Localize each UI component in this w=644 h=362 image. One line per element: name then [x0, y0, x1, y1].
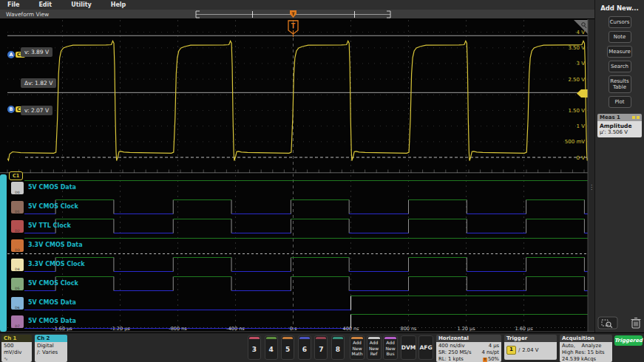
cursor-a-readout[interactable]: v: 3.89 V: [21, 47, 52, 57]
graticule-canvas[interactable]: 4 V3.50 V3 V2.50 V1.50 V1 V500 mV0 V-1.6…: [0, 19, 594, 332]
digital-badge-d4[interactable]: D4: [11, 259, 24, 271]
trigger-level: 2.04 V: [522, 347, 538, 354]
channel1-scale: 500 mV/div: [4, 343, 30, 356]
measurement-name: Amplitude: [600, 123, 640, 129]
afg-button[interactable]: AFG: [418, 335, 433, 360]
y-axis-label: 3 V: [577, 61, 586, 66]
sidebar-button-cursors[interactable]: Cursors: [609, 16, 631, 28]
record-view-ruler[interactable]: T: [0, 10, 594, 19]
dvm-button[interactable]: DVM: [401, 335, 416, 360]
channel2-mode: Digital: [37, 343, 65, 349]
waveform-display[interactable]: 4 V3.50 V3 V2.50 V1.50 V1 V500 mV0 V-1.6…: [0, 19, 594, 332]
horizontal-setting: SR: 250 MS/s: [438, 349, 471, 356]
channel-number: 6: [299, 346, 311, 353]
channel-number: 5: [282, 346, 294, 353]
menu-item-help[interactable]: Help: [111, 1, 126, 8]
add-new-buttons: CursorsNoteMeasureSearchResults TablePlo…: [595, 16, 644, 108]
channel-number: 4: [265, 346, 277, 353]
channel4-button[interactable]: 4: [265, 335, 278, 360]
digital-name-d3: 3.3V CMOS Data: [28, 242, 83, 248]
channel1-title: Ch 1: [1, 335, 32, 342]
digital-badge-d6[interactable]: D6: [11, 297, 24, 310]
trigger-slope-icon: ∕: [518, 347, 520, 354]
time-axis-label: -1.20 μs: [110, 326, 130, 332]
channel5-button[interactable]: 5: [281, 335, 294, 360]
channel2-badge[interactable]: Ch 2 Digital ∕: Varies: [35, 335, 67, 362]
menu-item-utility[interactable]: Utility: [71, 1, 92, 8]
trigger-badge[interactable]: Trigger 1 ∕ 2.04 V: [504, 335, 557, 360]
acquisition-badge[interactable]: Acquisition Auto, Analyze High Res: 15 b…: [560, 335, 612, 362]
digital-badge-d0[interactable]: D0: [11, 182, 24, 194]
channel1-ground-marker[interactable]: C1: [9, 171, 23, 180]
add-new-math-button[interactable]: Add New Math: [350, 335, 365, 360]
digital-name-d4: 3.3V CMOS Clock: [28, 261, 85, 267]
y-axis-label: 0 V: [577, 155, 586, 161]
sidebar-button-results-table[interactable]: Results Table: [609, 75, 631, 93]
y-axis-label: 500 mV: [565, 139, 585, 145]
channel-number: 3: [248, 346, 260, 353]
measurement-badge[interactable]: Meas 1 Amplitude μ': 3.506 V: [597, 114, 642, 137]
trigger-title: Trigger: [504, 335, 557, 342]
time-axis-label: 400 ns: [343, 326, 360, 332]
channel6-button[interactable]: 6: [298, 335, 311, 360]
measurement-value: μ': 3.506 V: [600, 129, 640, 135]
trigger-level-arrow[interactable]: [577, 89, 588, 98]
sidebar-button-search[interactable]: Search: [609, 61, 631, 72]
digital-name-d1: 5V CMOS Clock: [28, 203, 78, 210]
channel-number: 7: [315, 346, 327, 353]
channel3-button[interactable]: 3: [248, 335, 261, 360]
view-title-bar: Waveform View T: [0, 10, 594, 19]
digital-badge-d2[interactable]: D2: [11, 220, 24, 233]
digital-name-d0: 5V CMOS Data: [28, 184, 76, 191]
channel8-button[interactable]: 8: [331, 335, 345, 360]
digital-name-d2: 5V TTL Clock: [28, 222, 71, 229]
cursor-b-marker: B: [7, 106, 15, 113]
trash-button[interactable]: [630, 316, 642, 329]
time-axis-label: -400 ns: [226, 326, 245, 332]
menu-item-file[interactable]: File: [7, 1, 19, 8]
digital-group-handle[interactable]: [0, 174, 7, 332]
y-axis-label: 1 V: [577, 123, 586, 129]
channel7-button[interactable]: 7: [314, 335, 328, 360]
channel1-badge[interactable]: Ch 1 500 mV/div ∿ 100 MHz ≈: [1, 335, 32, 362]
menu-item-edit[interactable]: Edit: [38, 1, 52, 8]
y-axis-label: 3.50 V: [568, 45, 585, 51]
digital-badge-d1[interactable]: D1: [11, 201, 24, 214]
coupling-icon: ∿: [4, 356, 30, 362]
cursor-a-marker: A: [7, 51, 15, 58]
time-axis-label: -800 ns: [169, 326, 187, 332]
sidebar-tools: [597, 316, 642, 329]
acquisition-title: Acquisition: [560, 335, 612, 342]
horizontal-badge[interactable]: Horizontal 400 ns/div4 μsSR: 250 MS/s4 n…: [436, 335, 501, 362]
triggered-status[interactable]: Triggered: [614, 335, 643, 346]
analog-trace-c1: [7, 41, 594, 161]
cursor-delta-readout[interactable]: Δv: 1.82 V: [21, 78, 56, 88]
y-axis-label: 1.50 V: [568, 108, 585, 114]
horizontal-setting: 400 ns/div: [438, 343, 465, 349]
channel2-threshold: ∕: Varies: [37, 349, 65, 356]
add-new-ref-button[interactable]: Add New Ref: [367, 335, 382, 360]
sidebar-button-measure[interactable]: Measure: [607, 46, 632, 58]
measurement-title: Meas 1: [600, 115, 620, 120]
add-new-title: Add New...: [595, 4, 644, 12]
results-sidebar: Add New... CursorsNoteMeasureSearchResul…: [594, 0, 644, 332]
sidebar-button-plot[interactable]: Plot: [609, 96, 631, 108]
horizontal-setting: 4 μs: [489, 343, 499, 349]
digital-badge-d5[interactable]: D5: [11, 278, 24, 290]
horizontal-title: Horizontal: [436, 335, 501, 342]
zoom-box-button[interactable]: [597, 316, 618, 329]
time-axis-label: 0 s: [290, 326, 297, 332]
sidebar-button-note[interactable]: Note: [609, 31, 631, 43]
source-color-swatch: [637, 116, 640, 119]
panel-splitter-handle[interactable]: ⋮: [589, 186, 594, 189]
cursor-b-readout[interactable]: v: 2.07 V: [21, 106, 52, 115]
settings-bar: Ch 1 500 mV/div ∿ 100 MHz ≈ Ch 2 Digital…: [0, 332, 644, 362]
y-axis-label: 4 V: [577, 30, 586, 35]
digital-badge-d3[interactable]: D3: [11, 239, 24, 252]
add-new-bus-button[interactable]: Add New Bus: [383, 335, 398, 360]
horizontal-setting: RL: 1 kpts: [438, 356, 464, 362]
digital-badge-d7[interactable]: D7: [11, 315, 24, 328]
time-axis-label: 1.60 μs: [515, 326, 533, 332]
channel-number: 8: [332, 346, 344, 353]
horizontal-setting: 4 ns/pt: [481, 349, 499, 356]
